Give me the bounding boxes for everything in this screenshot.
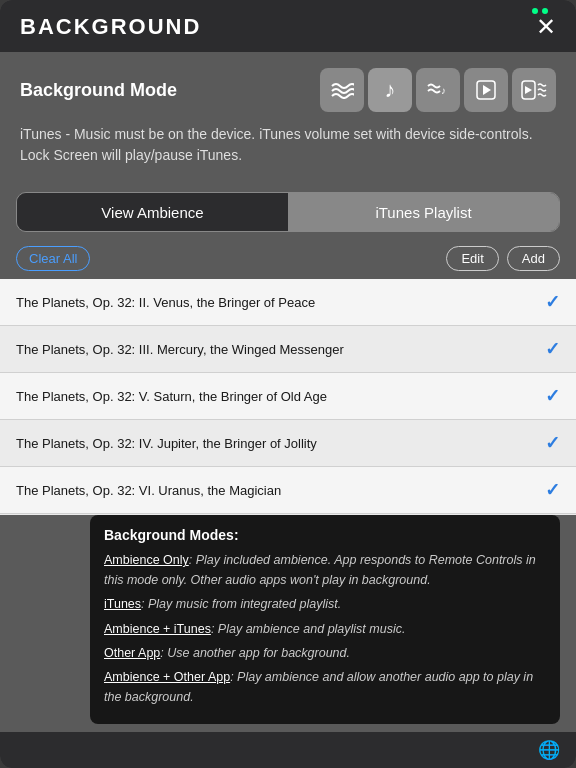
svg-text:♪: ♪ [441,85,446,96]
tab-switcher: View Ambience iTunes Playlist [16,192,560,232]
page-title: BACKGROUND [20,14,201,40]
track-checkmark: ✓ [545,291,560,313]
action-bar: Clear All Edit Add [0,242,576,279]
track-list-container: The Planets, Op. 32: II. Venus, the Brin… [0,279,576,732]
track-item[interactable]: The Planets, Op. 32: V. Saturn, the Brin… [0,373,576,420]
mode-icons: ♪ ♪ [320,68,556,112]
music-mode-button[interactable]: ♪ [368,68,412,112]
close-button[interactable]: ✕ [536,15,556,39]
add-button[interactable]: Add [507,246,560,271]
track-item[interactable]: The Planets, Op. 32: III. Mercury, the W… [0,326,576,373]
mode-description: iTunes - Music must be on the device. iT… [20,124,556,166]
wave-music-mode-button[interactable]: ♪ [416,68,460,112]
right-buttons: Edit Add [446,246,560,271]
track-checkmark: ✓ [545,338,560,360]
track-name: The Planets, Op. 32: III. Mercury, the W… [16,342,545,357]
tooltip-line: Ambience Only: Play included ambience. A… [104,551,546,590]
svg-marker-2 [483,85,491,95]
status-dots [532,8,548,14]
tab-itunes-playlist[interactable]: iTunes Playlist [288,193,559,231]
track-list: The Planets, Op. 32: II. Venus, the Brin… [0,279,576,515]
mode-section: Background Mode ♪ [0,52,576,178]
track-name: The Planets, Op. 32: IV. Jupiter, the Br… [16,436,545,451]
track-checkmark: ✓ [545,432,560,454]
tooltip-lines: Ambience Only: Play included ambience. A… [104,551,546,707]
arrow-mode-button[interactable] [464,68,508,112]
track-checkmark: ✓ [545,385,560,407]
mode-row: Background Mode ♪ [20,68,556,112]
svg-marker-4 [525,86,532,94]
status-dot-1 [532,8,538,14]
track-item[interactable]: The Planets, Op. 32: II. Venus, the Brin… [0,279,576,326]
edit-button[interactable]: Edit [446,246,498,271]
status-dot-2 [542,8,548,14]
globe-icon: 🌐 [538,739,560,761]
wave-mode-button[interactable] [320,68,364,112]
tooltip-title: Background Modes: [104,527,546,543]
track-name: The Planets, Op. 32: II. Venus, the Brin… [16,295,545,310]
track-name: The Planets, Op. 32: V. Saturn, the Brin… [16,389,545,404]
tooltip-box: Background Modes: Ambience Only: Play in… [90,515,560,724]
tooltip-line: iTunes: Play music from integrated playl… [104,595,546,614]
header: BACKGROUND ✕ [0,0,576,52]
arrow-wave-mode-button[interactable] [512,68,556,112]
tab-view-ambience[interactable]: View Ambience [17,193,288,231]
screen: BACKGROUND ✕ Background Mode ♪ [0,0,576,768]
tooltip-line: Ambience + iTunes: Play ambience and pla… [104,620,546,639]
track-item[interactable]: The Planets, Op. 32: VI. Uranus, the Mag… [0,467,576,514]
mode-label: Background Mode [20,80,177,101]
tooltip-line: Other App: Use another app for backgroun… [104,644,546,663]
tooltip-line: Ambience + Other App: Play ambience and … [104,668,546,707]
bottom-bar: 🌐 [0,732,576,768]
track-item[interactable]: The Planets, Op. 32: IV. Jupiter, the Br… [0,420,576,467]
track-name: The Planets, Op. 32: VI. Uranus, the Mag… [16,483,545,498]
track-checkmark: ✓ [545,479,560,501]
content-area: Background Mode ♪ [0,52,576,732]
clear-all-button[interactable]: Clear All [16,246,90,271]
